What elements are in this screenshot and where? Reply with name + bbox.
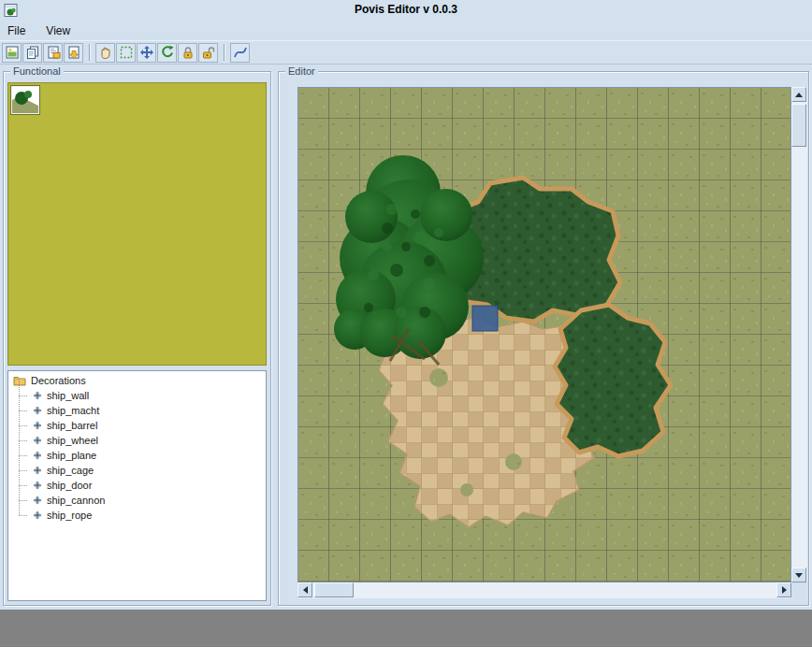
decoration-icon [33, 451, 42, 460]
down-arrow-icon [795, 573, 803, 578]
editor-panel-title: Editor [285, 65, 318, 78]
tile-palette[interactable] [7, 82, 267, 366]
left-arrow-icon [303, 586, 308, 594]
tree-node-ship-door[interactable]: ship_door [8, 478, 266, 493]
new-map-button[interactable] [2, 43, 22, 63]
decoration-icon [33, 421, 42, 430]
tree-node-label: ship_wall [47, 390, 89, 401]
curve-tool-button[interactable] [230, 43, 250, 63]
scroll-right-button[interactable] [776, 582, 791, 597]
load-button[interactable] [64, 43, 83, 63]
lock-icon [181, 45, 196, 60]
menu-view[interactable]: View [43, 22, 73, 39]
horizontal-scrollbar[interactable] [297, 582, 791, 598]
scroll-left-button[interactable] [297, 582, 312, 597]
scroll-up-button[interactable] [791, 87, 806, 102]
folder-icon [13, 375, 26, 386]
tree-node-label: ship_plane [47, 450, 96, 461]
move-tool-icon [139, 45, 154, 60]
hand-tool-icon [98, 45, 113, 60]
tree-node-label: ship_wheel [47, 435, 98, 446]
tree-node-ship-cage[interactable]: ship_cage [8, 463, 266, 478]
unlock-icon [201, 45, 216, 60]
rotate-tool-icon [160, 45, 175, 60]
decorations-tree: Decorations ship_wall ship_macht ship_ba… [7, 370, 267, 601]
functional-panel: Functional Decorations [3, 71, 271, 606]
toolbar-separator [89, 44, 91, 61]
save-button[interactable] [43, 43, 63, 63]
tree-node-label: ship_cage [47, 465, 94, 476]
horizontal-scroll-thumb[interactable] [314, 582, 354, 597]
editor-panel: Editor [278, 71, 809, 606]
window-title: Povis Editor v 0.0.3 [0, 3, 812, 16]
hand-tool-button[interactable] [95, 43, 115, 63]
tree-node-label: Decorations [31, 375, 86, 386]
tree-node-ship-macht[interactable]: ship_macht [8, 403, 266, 418]
curve-tool-icon [233, 45, 248, 60]
up-arrow-icon [795, 93, 803, 97]
scrollbar-corner [791, 582, 807, 598]
decoration-icon [33, 496, 42, 505]
tree-node-label: ship_rope [47, 510, 92, 521]
forest-area-right [555, 305, 671, 456]
palette-tile-grass-tree[interactable] [11, 86, 39, 114]
tree-node-ship-cannon[interactable]: ship_cannon [8, 493, 266, 508]
copy-button[interactable] [22, 43, 42, 63]
vertical-scroll-thumb[interactable] [791, 104, 806, 147]
right-arrow-icon [782, 586, 787, 594]
selection-tool-button[interactable] [116, 43, 136, 63]
tree-node-decorations[interactable]: Decorations [8, 373, 266, 388]
lock-button[interactable] [178, 43, 197, 63]
load-icon [66, 45, 81, 60]
scroll-down-button[interactable] [791, 568, 806, 582]
map-canvas[interactable] [297, 87, 791, 582]
menu-file[interactable]: File [5, 22, 28, 39]
save-icon [46, 45, 61, 60]
desktop-background [0, 610, 812, 647]
rotate-tool-button[interactable] [157, 43, 177, 63]
title-bar: Povis Editor v 0.0.3 [0, 0, 812, 21]
decoration-icon [33, 481, 42, 490]
vertical-scrollbar[interactable] [791, 87, 807, 582]
tree-node-ship-barrel[interactable]: ship_barrel [8, 418, 266, 433]
tree-node-label: ship_macht [47, 405, 99, 416]
tree-node-ship-rope[interactable]: ship_rope [8, 508, 266, 523]
tree-node-label: ship_cannon [47, 495, 105, 506]
unlock-button[interactable] [198, 43, 218, 63]
map-svg [298, 88, 790, 582]
tree-node-ship-wall[interactable]: ship_wall [8, 388, 266, 403]
selection-tool-icon [119, 45, 134, 60]
tree-node-ship-wheel[interactable]: ship_wheel [8, 433, 266, 448]
decoration-icon [33, 406, 42, 415]
new-map-icon [5, 45, 20, 60]
menu-bar: File View [0, 21, 812, 40]
copy-icon [25, 45, 40, 60]
decoration-icon [33, 510, 42, 520]
decoration-icon [33, 466, 42, 475]
tree-node-label: ship_barrel [47, 420, 97, 431]
decoration-icon [33, 436, 42, 445]
application-window: Povis Editor v 0.0.3 File View [0, 0, 812, 610]
move-tool-button[interactable] [137, 43, 156, 63]
selected-tile [472, 306, 498, 331]
tree-node-label: ship_door [47, 480, 92, 491]
toolbar [0, 40, 812, 65]
decoration-icon [33, 391, 42, 400]
toolbar-separator [224, 44, 225, 61]
functional-panel-title: Functional [10, 65, 64, 78]
tree-node-ship-plane[interactable]: ship_plane [8, 448, 266, 463]
